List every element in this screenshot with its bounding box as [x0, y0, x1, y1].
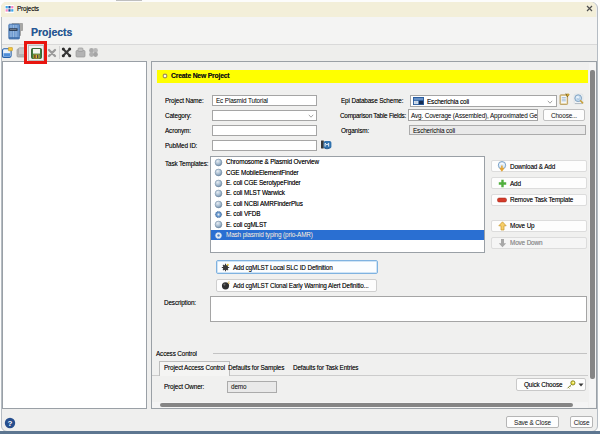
svg-text:?: ?: [8, 419, 13, 428]
